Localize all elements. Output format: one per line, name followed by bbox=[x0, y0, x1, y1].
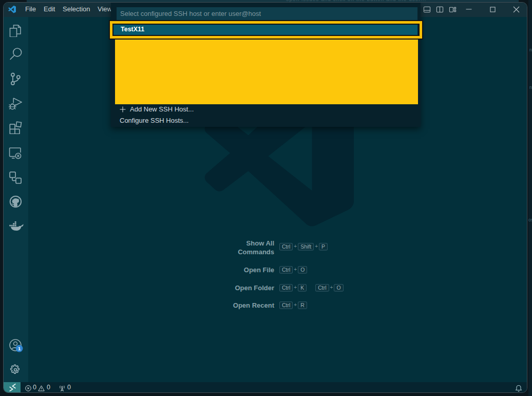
svg-text:1: 1 bbox=[18, 346, 21, 351]
